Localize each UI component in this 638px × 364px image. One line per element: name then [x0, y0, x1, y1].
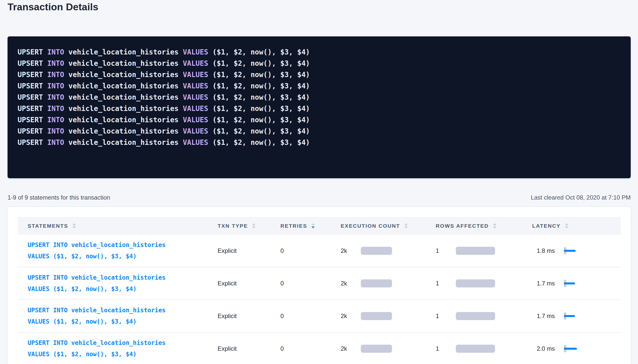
sort-up-icon [312, 223, 315, 225]
column-header-statements[interactable]: STATEMENTS [28, 223, 218, 229]
column-header-rows-affected[interactable]: ROWS AFFECTED [436, 223, 532, 229]
txn-type-value: Explicit [218, 280, 237, 287]
sort-icons [73, 223, 76, 228]
table-header: STATEMENTSTXN TYPERETRIESEXECUTION COUNT… [18, 217, 621, 235]
column-label: TXN TYPE [218, 223, 248, 229]
sort-down-icon [493, 226, 496, 228]
sort-up-icon [73, 223, 76, 225]
rows-affected-value: 1 [436, 312, 456, 320]
sql-statement-line: UPSERT INTO vehicle_location_histories V… [18, 69, 621, 80]
sql-statement-line: UPSERT INTO vehicle_location_histories V… [18, 103, 621, 114]
txn-type-value: Explicit [218, 345, 237, 352]
sql-statement-line: UPSERT INTO vehicle_location_histories V… [18, 80, 621, 92]
sql-statement-line: UPSERT INTO vehicle_location_histories V… [18, 46, 621, 58]
retries-value: 0 [280, 280, 284, 287]
latency-value: 1.7 ms [532, 312, 564, 320]
sql-statement-line: UPSERT INTO vehicle_location_histories V… [18, 114, 621, 126]
sort-down-icon [73, 226, 76, 228]
sql-statements-box: UPSERT INTO vehicle_location_histories V… [8, 36, 631, 178]
statement-link[interactable]: UPSERT INTO vehicle_location_historiesVA… [28, 272, 166, 295]
table-row: UPSERT INTO vehicle_location_historiesVA… [18, 267, 621, 300]
sql-statement-line: UPSERT INTO vehicle_location_histories V… [18, 126, 621, 137]
statements-summary: 1-9 of 9 statements for this transaction [8, 194, 110, 201]
sort-icons [252, 223, 255, 228]
latency-value: 1.7 ms [532, 280, 564, 287]
retries-value: 0 [280, 312, 284, 320]
sort-down-icon [405, 226, 408, 228]
column-label: STATEMENTS [28, 223, 68, 229]
execution-count-value: 2k [341, 312, 361, 320]
column-header-execution-count[interactable]: EXECUTION COUNT [341, 223, 436, 229]
execution-count-bar [361, 279, 392, 287]
column-label: LATENCY [532, 223, 561, 229]
sort-down-icon [252, 226, 255, 228]
latency-bar-chart [564, 311, 581, 321]
statements-table-card: STATEMENTSTXN TYPERETRIESEXECUTION COUNT… [8, 207, 631, 364]
last-cleared-timestamp: Last cleared Oct 08, 2020 at 7:10 PM [531, 194, 631, 201]
txn-type-value: Explicit [218, 247, 237, 255]
column-header-latency[interactable]: LATENCY [532, 223, 621, 229]
sort-icons [405, 223, 408, 228]
sort-up-icon [252, 223, 255, 225]
latency-bar [564, 282, 575, 284]
table-row: UPSERT INTO vehicle_location_historiesVA… [18, 235, 621, 267]
execution-count-bar [361, 247, 392, 255]
statement-link[interactable]: UPSERT INTO vehicle_location_historiesVA… [28, 337, 166, 360]
table-row: UPSERT INTO vehicle_location_historiesVA… [18, 300, 621, 333]
sort-up-icon [565, 223, 568, 225]
statement-link[interactable]: UPSERT INTO vehicle_location_historiesVA… [28, 305, 166, 327]
sort-up-icon [405, 223, 408, 225]
execution-count-value: 2k [341, 280, 361, 287]
latency-value: 1.8 ms [532, 247, 564, 255]
latency-bar [564, 250, 576, 252]
rows-affected-bar [456, 312, 495, 320]
column-header-retries[interactable]: RETRIES [280, 223, 341, 229]
execution-count-value: 2k [341, 247, 361, 255]
sql-statement-line: UPSERT INTO vehicle_location_histories V… [18, 137, 621, 148]
rows-affected-bar [456, 247, 495, 255]
sort-icons [493, 223, 496, 228]
txn-type-value: Explicit [218, 312, 237, 320]
rows-affected-bar [456, 345, 495, 353]
execution-count-value: 2k [341, 345, 361, 352]
execution-count-bar [361, 345, 392, 353]
table-meta-row: 1-9 of 9 statements for this transaction… [8, 194, 631, 201]
column-label: ROWS AFFECTED [436, 223, 489, 229]
column-label: RETRIES [280, 223, 307, 229]
statement-link[interactable]: UPSERT INTO vehicle_location_historiesVA… [28, 239, 166, 262]
sql-statement-line: UPSERT INTO vehicle_location_histories V… [18, 58, 621, 69]
sort-up-icon [493, 223, 496, 225]
column-label: EXECUTION COUNT [341, 223, 400, 229]
page-title: Transaction Details [8, 1, 631, 13]
sort-down-icon [312, 226, 315, 228]
rows-affected-value: 1 [436, 345, 456, 352]
table-row: UPSERT INTO vehicle_location_historiesVA… [18, 333, 621, 364]
column-header-txn-type[interactable]: TXN TYPE [218, 223, 280, 229]
latency-bar-chart [564, 279, 581, 288]
latency-bar-chart [564, 246, 581, 256]
execution-count-bar [361, 312, 392, 320]
latency-bar-chart [564, 344, 581, 353]
sql-statement-line: UPSERT INTO vehicle_location_histories V… [18, 92, 621, 103]
sort-icons [565, 223, 568, 228]
sort-icons [312, 223, 315, 228]
latency-value: 2.0 ms [532, 345, 564, 352]
retries-value: 0 [280, 247, 284, 255]
latency-bar [564, 348, 577, 350]
rows-affected-bar [456, 279, 495, 287]
rows-affected-value: 1 [436, 280, 456, 287]
latency-bar [564, 315, 575, 317]
retries-value: 0 [280, 345, 284, 352]
sort-down-icon [565, 226, 568, 228]
table-body: UPSERT INTO vehicle_location_historiesVA… [18, 235, 621, 364]
rows-affected-value: 1 [436, 247, 456, 255]
transaction-details-page: Transaction Details UPSERT INTO vehicle_… [0, 1, 638, 364]
